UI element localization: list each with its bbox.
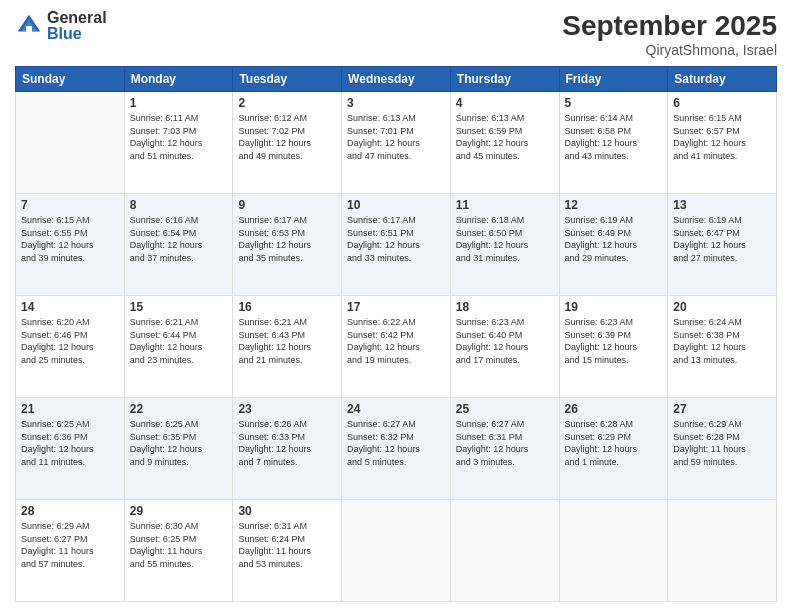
title-block: September 2025 QiryatShmona, Israel <box>562 10 777 58</box>
table-row: 9Sunrise: 6:17 AM Sunset: 6:53 PM Daylig… <box>233 194 342 296</box>
table-row <box>559 500 668 602</box>
day-number: 30 <box>238 504 336 518</box>
table-row: 1Sunrise: 6:11 AM Sunset: 7:03 PM Daylig… <box>124 92 233 194</box>
day-number: 21 <box>21 402 119 416</box>
day-info: Sunrise: 6:21 AM Sunset: 6:43 PM Dayligh… <box>238 316 336 366</box>
day-info: Sunrise: 6:31 AM Sunset: 6:24 PM Dayligh… <box>238 520 336 570</box>
day-info: Sunrise: 6:28 AM Sunset: 6:29 PM Dayligh… <box>565 418 663 468</box>
day-info: Sunrise: 6:16 AM Sunset: 6:54 PM Dayligh… <box>130 214 228 264</box>
day-info: Sunrise: 6:18 AM Sunset: 6:50 PM Dayligh… <box>456 214 554 264</box>
day-info: Sunrise: 6:14 AM Sunset: 6:58 PM Dayligh… <box>565 112 663 162</box>
day-number: 26 <box>565 402 663 416</box>
day-number: 16 <box>238 300 336 314</box>
day-info: Sunrise: 6:23 AM Sunset: 6:39 PM Dayligh… <box>565 316 663 366</box>
calendar-subtitle: QiryatShmona, Israel <box>562 42 777 58</box>
day-number: 17 <box>347 300 445 314</box>
table-row: 16Sunrise: 6:21 AM Sunset: 6:43 PM Dayli… <box>233 296 342 398</box>
logo: General Blue <box>15 10 107 42</box>
day-number: 8 <box>130 198 228 212</box>
day-number: 2 <box>238 96 336 110</box>
day-info: Sunrise: 6:22 AM Sunset: 6:42 PM Dayligh… <box>347 316 445 366</box>
svg-rect-2 <box>26 26 32 33</box>
calendar-week-row: 28Sunrise: 6:29 AM Sunset: 6:27 PM Dayli… <box>16 500 777 602</box>
day-number: 24 <box>347 402 445 416</box>
header-monday: Monday <box>124 67 233 92</box>
day-number: 10 <box>347 198 445 212</box>
table-row: 5Sunrise: 6:14 AM Sunset: 6:58 PM Daylig… <box>559 92 668 194</box>
logo-icon <box>15 12 43 40</box>
header-tuesday: Tuesday <box>233 67 342 92</box>
table-row: 26Sunrise: 6:28 AM Sunset: 6:29 PM Dayli… <box>559 398 668 500</box>
table-row: 7Sunrise: 6:15 AM Sunset: 6:55 PM Daylig… <box>16 194 125 296</box>
header-thursday: Thursday <box>450 67 559 92</box>
table-row: 14Sunrise: 6:20 AM Sunset: 6:46 PM Dayli… <box>16 296 125 398</box>
day-info: Sunrise: 6:30 AM Sunset: 6:25 PM Dayligh… <box>130 520 228 570</box>
table-row: 11Sunrise: 6:18 AM Sunset: 6:50 PM Dayli… <box>450 194 559 296</box>
day-number: 5 <box>565 96 663 110</box>
day-number: 29 <box>130 504 228 518</box>
day-info: Sunrise: 6:27 AM Sunset: 6:32 PM Dayligh… <box>347 418 445 468</box>
table-row <box>668 500 777 602</box>
table-row <box>16 92 125 194</box>
day-number: 25 <box>456 402 554 416</box>
day-info: Sunrise: 6:25 AM Sunset: 6:36 PM Dayligh… <box>21 418 119 468</box>
day-info: Sunrise: 6:19 AM Sunset: 6:49 PM Dayligh… <box>565 214 663 264</box>
day-number: 22 <box>130 402 228 416</box>
table-row: 8Sunrise: 6:16 AM Sunset: 6:54 PM Daylig… <box>124 194 233 296</box>
header-saturday: Saturday <box>668 67 777 92</box>
day-number: 6 <box>673 96 771 110</box>
table-row: 21Sunrise: 6:25 AM Sunset: 6:36 PM Dayli… <box>16 398 125 500</box>
calendar-table: Sunday Monday Tuesday Wednesday Thursday… <box>15 66 777 602</box>
table-row: 28Sunrise: 6:29 AM Sunset: 6:27 PM Dayli… <box>16 500 125 602</box>
header-friday: Friday <box>559 67 668 92</box>
day-number: 23 <box>238 402 336 416</box>
table-row: 25Sunrise: 6:27 AM Sunset: 6:31 PM Dayli… <box>450 398 559 500</box>
day-number: 12 <box>565 198 663 212</box>
day-info: Sunrise: 6:15 AM Sunset: 6:57 PM Dayligh… <box>673 112 771 162</box>
header-sunday: Sunday <box>16 67 125 92</box>
calendar-week-row: 14Sunrise: 6:20 AM Sunset: 6:46 PM Dayli… <box>16 296 777 398</box>
page: General Blue September 2025 QiryatShmona… <box>0 0 792 612</box>
day-number: 18 <box>456 300 554 314</box>
calendar-week-row: 21Sunrise: 6:25 AM Sunset: 6:36 PM Dayli… <box>16 398 777 500</box>
table-row: 29Sunrise: 6:30 AM Sunset: 6:25 PM Dayli… <box>124 500 233 602</box>
calendar-title: September 2025 <box>562 10 777 42</box>
day-number: 20 <box>673 300 771 314</box>
day-info: Sunrise: 6:19 AM Sunset: 6:47 PM Dayligh… <box>673 214 771 264</box>
table-row: 23Sunrise: 6:26 AM Sunset: 6:33 PM Dayli… <box>233 398 342 500</box>
day-number: 3 <box>347 96 445 110</box>
table-row: 12Sunrise: 6:19 AM Sunset: 6:49 PM Dayli… <box>559 194 668 296</box>
logo-blue: Blue <box>47 26 107 42</box>
day-info: Sunrise: 6:17 AM Sunset: 6:51 PM Dayligh… <box>347 214 445 264</box>
table-row: 18Sunrise: 6:23 AM Sunset: 6:40 PM Dayli… <box>450 296 559 398</box>
day-info: Sunrise: 6:17 AM Sunset: 6:53 PM Dayligh… <box>238 214 336 264</box>
day-number: 4 <box>456 96 554 110</box>
day-number: 19 <box>565 300 663 314</box>
table-row: 27Sunrise: 6:29 AM Sunset: 6:28 PM Dayli… <box>668 398 777 500</box>
table-row: 13Sunrise: 6:19 AM Sunset: 6:47 PM Dayli… <box>668 194 777 296</box>
table-row: 17Sunrise: 6:22 AM Sunset: 6:42 PM Dayli… <box>342 296 451 398</box>
day-info: Sunrise: 6:13 AM Sunset: 7:01 PM Dayligh… <box>347 112 445 162</box>
day-info: Sunrise: 6:27 AM Sunset: 6:31 PM Dayligh… <box>456 418 554 468</box>
calendar-header-row: Sunday Monday Tuesday Wednesday Thursday… <box>16 67 777 92</box>
table-row: 30Sunrise: 6:31 AM Sunset: 6:24 PM Dayli… <box>233 500 342 602</box>
table-row: 24Sunrise: 6:27 AM Sunset: 6:32 PM Dayli… <box>342 398 451 500</box>
day-info: Sunrise: 6:20 AM Sunset: 6:46 PM Dayligh… <box>21 316 119 366</box>
day-number: 9 <box>238 198 336 212</box>
table-row: 3Sunrise: 6:13 AM Sunset: 7:01 PM Daylig… <box>342 92 451 194</box>
day-info: Sunrise: 6:12 AM Sunset: 7:02 PM Dayligh… <box>238 112 336 162</box>
logo-general: General <box>47 10 107 26</box>
table-row <box>450 500 559 602</box>
header: General Blue September 2025 QiryatShmona… <box>15 10 777 58</box>
calendar-week-row: 7Sunrise: 6:15 AM Sunset: 6:55 PM Daylig… <box>16 194 777 296</box>
day-number: 27 <box>673 402 771 416</box>
header-wednesday: Wednesday <box>342 67 451 92</box>
day-info: Sunrise: 6:26 AM Sunset: 6:33 PM Dayligh… <box>238 418 336 468</box>
day-number: 1 <box>130 96 228 110</box>
day-info: Sunrise: 6:25 AM Sunset: 6:35 PM Dayligh… <box>130 418 228 468</box>
day-info: Sunrise: 6:29 AM Sunset: 6:28 PM Dayligh… <box>673 418 771 468</box>
table-row: 6Sunrise: 6:15 AM Sunset: 6:57 PM Daylig… <box>668 92 777 194</box>
day-info: Sunrise: 6:11 AM Sunset: 7:03 PM Dayligh… <box>130 112 228 162</box>
table-row: 22Sunrise: 6:25 AM Sunset: 6:35 PM Dayli… <box>124 398 233 500</box>
day-info: Sunrise: 6:29 AM Sunset: 6:27 PM Dayligh… <box>21 520 119 570</box>
